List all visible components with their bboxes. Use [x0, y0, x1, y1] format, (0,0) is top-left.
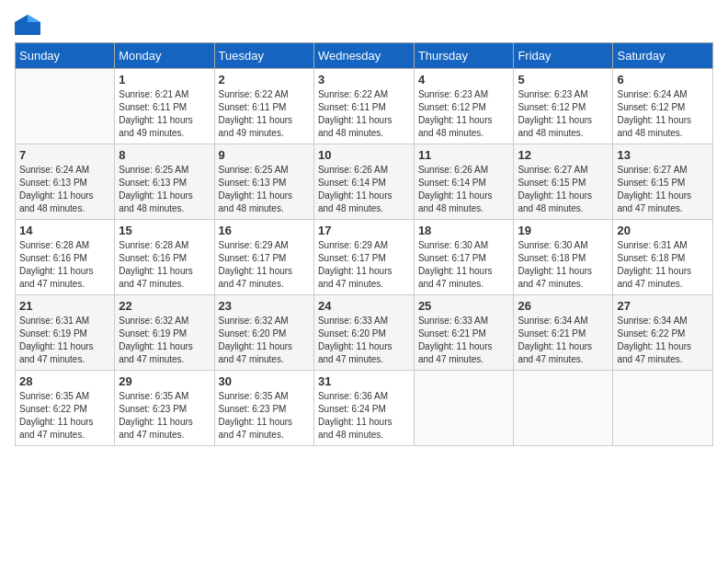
calendar-cell: 12Sunrise: 6:27 AMSunset: 6:15 PMDayligh… [514, 144, 613, 220]
calendar-cell: 21Sunrise: 6:31 AMSunset: 6:19 PMDayligh… [16, 295, 115, 371]
calendar-cell: 25Sunrise: 6:33 AMSunset: 6:21 PMDayligh… [414, 295, 514, 371]
day-info: Sunrise: 6:28 AMSunset: 6:16 PMDaylight:… [19, 239, 110, 291]
calendar-cell: 20Sunrise: 6:31 AMSunset: 6:18 PMDayligh… [613, 220, 713, 295]
calendar-cell: 15Sunrise: 6:28 AMSunset: 6:16 PMDayligh… [115, 220, 214, 295]
header-friday: Friday [514, 43, 613, 69]
day-number: 23 [219, 299, 310, 313]
calendar-cell: 4Sunrise: 6:23 AMSunset: 6:12 PMDaylight… [414, 69, 514, 144]
day-number: 22 [119, 299, 210, 313]
day-info: Sunrise: 6:22 AMSunset: 6:11 PMDaylight:… [219, 88, 310, 140]
day-info: Sunrise: 6:35 AMSunset: 6:22 PMDaylight:… [19, 390, 110, 442]
day-info: Sunrise: 6:23 AMSunset: 6:12 PMDaylight:… [518, 88, 609, 140]
day-info: Sunrise: 6:34 AMSunset: 6:21 PMDaylight:… [518, 315, 609, 366]
day-number: 30 [219, 374, 310, 388]
header-sunday: Sunday [16, 43, 115, 69]
day-info: Sunrise: 6:35 AMSunset: 6:23 PMDaylight:… [219, 390, 310, 442]
day-number: 5 [518, 73, 609, 86]
day-info: Sunrise: 6:28 AMSunset: 6:16 PMDaylight:… [119, 239, 210, 291]
day-info: Sunrise: 6:29 AMSunset: 6:17 PMDaylight:… [318, 239, 410, 291]
day-info: Sunrise: 6:32 AMSunset: 6:19 PMDaylight:… [119, 315, 210, 366]
day-info: Sunrise: 6:32 AMSunset: 6:20 PMDaylight:… [219, 315, 310, 366]
calendar-cell: 7Sunrise: 6:24 AMSunset: 6:13 PMDaylight… [16, 144, 115, 220]
calendar-cell: 6Sunrise: 6:24 AMSunset: 6:12 PMDaylight… [613, 69, 713, 144]
day-number: 9 [219, 148, 310, 162]
day-info: Sunrise: 6:24 AMSunset: 6:13 PMDaylight:… [19, 164, 110, 215]
calendar-cell: 22Sunrise: 6:32 AMSunset: 6:19 PMDayligh… [115, 295, 214, 371]
calendar-cell: 23Sunrise: 6:32 AMSunset: 6:20 PMDayligh… [214, 295, 313, 371]
calendar-cell: 10Sunrise: 6:26 AMSunset: 6:14 PMDayligh… [313, 144, 414, 220]
calendar-table: SundayMondayTuesdayWednesdayThursdayFrid… [15, 42, 713, 446]
day-info: Sunrise: 6:25 AMSunset: 6:13 PMDaylight:… [119, 164, 210, 215]
day-number: 14 [19, 224, 110, 237]
day-number: 12 [518, 148, 609, 162]
calendar-week-row: 28Sunrise: 6:35 AMSunset: 6:22 PMDayligh… [16, 371, 713, 446]
day-number: 3 [318, 73, 410, 86]
day-info: Sunrise: 6:22 AMSunset: 6:11 PMDaylight:… [318, 88, 410, 140]
day-number: 20 [617, 224, 709, 237]
day-info: Sunrise: 6:26 AMSunset: 6:14 PMDaylight:… [418, 164, 510, 215]
header-tuesday: Tuesday [214, 43, 313, 69]
day-number: 17 [318, 224, 410, 237]
calendar-cell: 13Sunrise: 6:27 AMSunset: 6:15 PMDayligh… [613, 144, 713, 220]
day-number: 1 [119, 73, 210, 86]
day-info: Sunrise: 6:25 AMSunset: 6:13 PMDaylight:… [219, 164, 310, 215]
calendar-week-row: 7Sunrise: 6:24 AMSunset: 6:13 PMDaylight… [16, 144, 713, 220]
calendar-cell: 31Sunrise: 6:36 AMSunset: 6:24 PMDayligh… [313, 371, 414, 446]
day-info: Sunrise: 6:36 AMSunset: 6:24 PMDaylight:… [318, 390, 410, 442]
calendar-cell [613, 371, 713, 446]
day-info: Sunrise: 6:21 AMSunset: 6:11 PMDaylight:… [119, 88, 210, 140]
calendar-cell [414, 371, 514, 446]
calendar-cell: 16Sunrise: 6:29 AMSunset: 6:17 PMDayligh… [214, 220, 313, 295]
calendar-cell [16, 69, 115, 144]
day-number: 16 [219, 224, 310, 237]
header-thursday: Thursday [414, 43, 514, 69]
day-number: 7 [19, 148, 110, 162]
day-info: Sunrise: 6:24 AMSunset: 6:12 PMDaylight:… [617, 88, 709, 140]
day-number: 25 [418, 299, 510, 313]
calendar-cell: 3Sunrise: 6:22 AMSunset: 6:11 PMDaylight… [313, 69, 414, 144]
calendar-cell: 9Sunrise: 6:25 AMSunset: 6:13 PMDaylight… [214, 144, 313, 220]
calendar-cell: 8Sunrise: 6:25 AMSunset: 6:13 PMDaylight… [115, 144, 214, 220]
day-info: Sunrise: 6:29 AMSunset: 6:17 PMDaylight:… [219, 239, 310, 291]
calendar-cell: 18Sunrise: 6:30 AMSunset: 6:17 PMDayligh… [414, 220, 514, 295]
day-info: Sunrise: 6:30 AMSunset: 6:17 PMDaylight:… [418, 239, 510, 291]
logo-icon [15, 15, 40, 35]
calendar-cell: 28Sunrise: 6:35 AMSunset: 6:22 PMDayligh… [16, 371, 115, 446]
calendar-cell: 24Sunrise: 6:33 AMSunset: 6:20 PMDayligh… [313, 295, 414, 371]
calendar-cell [514, 371, 613, 446]
day-number: 24 [318, 299, 410, 313]
day-number: 26 [518, 299, 609, 313]
calendar-cell: 27Sunrise: 6:34 AMSunset: 6:22 PMDayligh… [613, 295, 713, 371]
day-info: Sunrise: 6:27 AMSunset: 6:15 PMDaylight:… [518, 164, 609, 215]
calendar-week-row: 14Sunrise: 6:28 AMSunset: 6:16 PMDayligh… [16, 220, 713, 295]
calendar-cell: 14Sunrise: 6:28 AMSunset: 6:16 PMDayligh… [16, 220, 115, 295]
day-number: 13 [617, 148, 709, 162]
day-info: Sunrise: 6:33 AMSunset: 6:21 PMDaylight:… [418, 315, 510, 366]
header-monday: Monday [115, 43, 214, 69]
day-info: Sunrise: 6:23 AMSunset: 6:12 PMDaylight:… [418, 88, 510, 140]
day-info: Sunrise: 6:31 AMSunset: 6:19 PMDaylight:… [19, 315, 110, 366]
day-number: 18 [418, 224, 510, 237]
header-wednesday: Wednesday [313, 43, 414, 69]
logo [15, 15, 44, 35]
day-number: 29 [119, 374, 210, 388]
header-saturday: Saturday [613, 43, 713, 69]
day-info: Sunrise: 6:34 AMSunset: 6:22 PMDaylight:… [617, 315, 709, 366]
calendar-week-row: 1Sunrise: 6:21 AMSunset: 6:11 PMDaylight… [16, 69, 713, 144]
calendar-week-row: 21Sunrise: 6:31 AMSunset: 6:19 PMDayligh… [16, 295, 713, 371]
day-number: 19 [518, 224, 609, 237]
calendar-cell: 11Sunrise: 6:26 AMSunset: 6:14 PMDayligh… [414, 144, 514, 220]
calendar-cell: 2Sunrise: 6:22 AMSunset: 6:11 PMDaylight… [214, 69, 313, 144]
day-number: 6 [617, 73, 709, 86]
svg-marker-1 [28, 15, 40, 22]
day-number: 10 [318, 148, 410, 162]
calendar-cell: 5Sunrise: 6:23 AMSunset: 6:12 PMDaylight… [514, 69, 613, 144]
day-info: Sunrise: 6:26 AMSunset: 6:14 PMDaylight:… [318, 164, 410, 215]
calendar-cell: 30Sunrise: 6:35 AMSunset: 6:23 PMDayligh… [214, 371, 313, 446]
calendar-cell: 26Sunrise: 6:34 AMSunset: 6:21 PMDayligh… [514, 295, 613, 371]
calendar-cell: 1Sunrise: 6:21 AMSunset: 6:11 PMDaylight… [115, 69, 214, 144]
calendar-cell: 29Sunrise: 6:35 AMSunset: 6:23 PMDayligh… [115, 371, 214, 446]
day-number: 28 [19, 374, 110, 388]
day-number: 2 [219, 73, 310, 86]
day-number: 4 [418, 73, 510, 86]
